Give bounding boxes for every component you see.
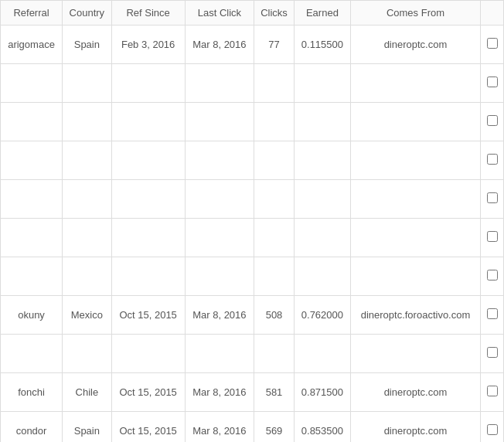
row-checkbox[interactable] [487,38,498,49]
cell-earned [294,180,350,219]
cell-clicks: 569 [254,412,295,443]
cell-earned [294,64,350,103]
col-header-referral: Referral [1,1,63,26]
col-header-ref-since: Ref Since [111,1,185,26]
cell-earned [294,219,350,257]
table-row [1,103,504,141]
cell-ref_since: Oct 15, 2015 [111,296,185,335]
table-row: condorSpainOct 15, 2015Mar 8, 20165690.8… [1,412,504,443]
cell-referral: condor [1,412,63,443]
cell-referral: arigomace [1,26,63,64]
col-header-comes-from: Comes From [350,1,480,26]
col-header-country: Country [63,1,112,26]
cell-earned: 0.762000 [294,296,350,335]
cell-referral [1,64,63,103]
cell-last_click [185,219,254,257]
checkbox-cell[interactable] [481,103,504,141]
cell-country [63,103,112,141]
checkbox-cell[interactable] [481,141,504,180]
cell-last_click: Mar 8, 2016 [185,296,254,335]
row-checkbox[interactable] [487,76,498,87]
row-checkbox[interactable] [487,347,498,358]
row-checkbox[interactable] [487,424,498,435]
col-header-last-click: Last Click [185,1,254,26]
checkbox-cell[interactable] [481,219,504,257]
row-checkbox[interactable] [487,386,498,396]
checkbox-cell[interactable] [481,257,504,296]
checkbox-cell[interactable] [481,412,504,443]
cell-country: Spain [63,412,112,443]
cell-last_click: Mar 8, 2016 [185,26,254,64]
row-checkbox[interactable] [487,270,498,280]
cell-clicks [254,141,295,180]
table-row: fonchiChileOct 15, 2015Mar 8, 20165810.8… [1,373,504,412]
cell-referral: okuny [1,296,63,335]
referrals-table: Referral Country Ref Since Last Click Cl… [0,0,504,442]
table-row [1,64,504,103]
row-checkbox[interactable] [487,192,498,203]
cell-earned [294,141,350,180]
cell-referral [1,103,63,141]
cell-ref_since [111,335,185,373]
cell-comes_from [350,141,480,180]
cell-comes_from: dineroptc.com [350,412,480,443]
cell-last_click [185,257,254,296]
table-row [1,335,504,373]
row-checkbox[interactable] [487,154,498,165]
cell-country [63,141,112,180]
cell-comes_from [350,180,480,219]
cell-comes_from: dineroptc.com [350,26,480,64]
cell-ref_since [111,180,185,219]
cell-clicks [254,103,295,141]
cell-country [63,64,112,103]
cell-country [63,335,112,373]
cell-clicks: 508 [254,296,295,335]
cell-comes_from [350,219,480,257]
table-row [1,180,504,219]
cell-earned [294,257,350,296]
cell-country: Mexico [63,296,112,335]
cell-clicks [254,219,295,257]
checkbox-cell[interactable] [481,26,504,64]
cell-earned: 0.115500 [294,26,350,64]
cell-comes_from [350,335,480,373]
cell-referral [1,180,63,219]
checkbox-cell[interactable] [481,180,504,219]
checkbox-cell[interactable] [481,335,504,373]
row-checkbox[interactable] [487,308,498,319]
col-header-checkbox [481,1,504,26]
cell-clicks: 77 [254,26,295,64]
cell-last_click [185,141,254,180]
cell-comes_from [350,64,480,103]
row-checkbox[interactable] [487,115,498,126]
cell-ref_since: Feb 3, 2016 [111,26,185,64]
cell-ref_since: Oct 15, 2015 [111,373,185,412]
cell-earned [294,103,350,141]
cell-comes_from [350,103,480,141]
cell-last_click [185,335,254,373]
col-header-earned: Earned [294,1,350,26]
cell-referral [1,219,63,257]
cell-last_click: Mar 8, 2016 [185,412,254,443]
cell-clicks [254,257,295,296]
cell-ref_since [111,64,185,103]
cell-ref_since: Oct 15, 2015 [111,412,185,443]
cell-country: Chile [63,373,112,412]
cell-comes_from: dineroptc.com [350,373,480,412]
cell-referral: fonchi [1,373,63,412]
cell-ref_since [111,141,185,180]
cell-clicks: 581 [254,373,295,412]
table-row [1,141,504,180]
table-header-row: Referral Country Ref Since Last Click Cl… [1,1,504,26]
row-checkbox[interactable] [487,231,498,242]
cell-referral [1,257,63,296]
checkbox-cell[interactable] [481,296,504,335]
cell-last_click [185,103,254,141]
cell-ref_since [111,257,185,296]
table-row [1,219,504,257]
table-row [1,257,504,296]
checkbox-cell[interactable] [481,373,504,412]
cell-clicks [254,180,295,219]
checkbox-cell[interactable] [481,64,504,103]
cell-country: Spain [63,26,112,64]
